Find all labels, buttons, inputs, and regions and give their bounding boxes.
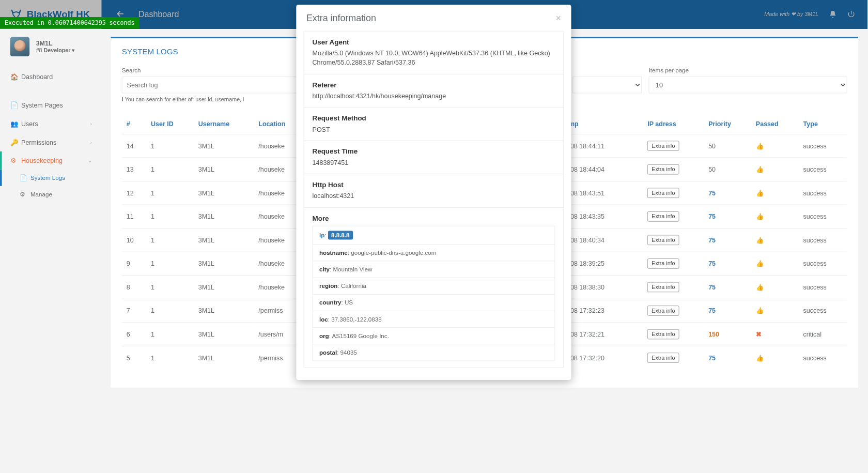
more-val: California xyxy=(341,282,366,289)
cell-priority: 75 xyxy=(704,205,751,228)
cell-type: success xyxy=(799,276,847,299)
items-label: Items per page xyxy=(649,67,847,73)
extra-info-button[interactable]: Extra info xyxy=(647,306,679,316)
cell-priority: 75 xyxy=(704,252,751,276)
cell-username: 3M1L xyxy=(194,181,254,205)
col-ip[interactable]: IP adress xyxy=(643,114,704,134)
profile-role[interactable]: #8 Developer ▾ xyxy=(36,47,75,54)
nav-users[interactable]: 👥 Users › xyxy=(0,114,101,133)
cell-uid: 1 xyxy=(146,299,194,323)
cell-priority: 50 xyxy=(704,134,751,158)
nav-system-pages[interactable]: 📄 System Pages xyxy=(0,96,101,115)
ua-value: Mozilla/5.0 (Windows NT 10.0; WOW64) App… xyxy=(313,49,555,67)
extra-info-button[interactable]: Extra info xyxy=(647,329,679,340)
more-city-row: city: Mountain View xyxy=(313,261,554,277)
items-per-page-select[interactable]: 10 xyxy=(649,77,847,93)
cell-type: success xyxy=(799,252,847,276)
more-ip-row: ip: 8.8.8.8 xyxy=(313,226,554,244)
cell-priority: 150 xyxy=(704,323,751,346)
cell-passed: 👍 xyxy=(751,299,799,323)
cell-username: 3M1L xyxy=(194,134,254,158)
more-key: city xyxy=(319,266,330,272)
more-val: 37.3860,-122.0838 xyxy=(331,316,381,323)
cell-type: success xyxy=(799,228,847,252)
cell-username: 3M1L xyxy=(194,205,254,228)
extra-info-modal: Extra information × User Agent Mozilla/5… xyxy=(296,5,571,380)
cell-username: 3M1L xyxy=(194,158,254,181)
col-username[interactable]: Username xyxy=(194,114,254,134)
more-val: US xyxy=(345,299,353,306)
nav-label: Dashboard xyxy=(21,73,53,80)
nav-permissions[interactable]: 🔑 Permissions › xyxy=(0,133,101,151)
cell-idx: 6 xyxy=(122,323,146,346)
extra-info-button[interactable]: Extra info xyxy=(647,353,679,363)
cell-ip: Extra info xyxy=(643,134,704,158)
nav-label: Users xyxy=(21,120,38,127)
cell-idx: 13 xyxy=(122,158,146,181)
col-user-id[interactable]: User ID xyxy=(146,114,194,134)
extra-info-button[interactable]: Extra info xyxy=(647,211,679,222)
cell-passed: 👍 xyxy=(751,252,799,276)
extra-info-button[interactable]: Extra info xyxy=(647,141,679,151)
host-heading: Http Host xyxy=(313,181,555,189)
more-key: country xyxy=(319,299,342,306)
nav-system-logs[interactable]: 📄 System Logs xyxy=(0,170,101,186)
cell-username: 3M1L xyxy=(194,228,254,252)
col-priority[interactable]: Priority xyxy=(704,114,751,134)
extra-info-button[interactable]: Extra info xyxy=(647,235,679,246)
ip-key: ip xyxy=(319,232,324,238)
extra-info-button[interactable]: Extra info xyxy=(647,258,679,269)
cell-uid: 1 xyxy=(146,205,194,228)
cell-priority: 75 xyxy=(704,299,751,323)
thumbs-up-icon: 👍 xyxy=(756,213,764,220)
more-loc-row: loc: 37.3860,-122.0838 xyxy=(313,311,554,327)
nav-manage[interactable]: ⚙ Manage xyxy=(0,186,101,202)
modal-close-button[interactable]: × xyxy=(555,13,561,24)
cell-username: 3M1L xyxy=(194,346,254,369)
more-val: AS15169 Google Inc. xyxy=(332,332,389,339)
cell-uid: 1 xyxy=(146,346,194,369)
cell-passed: 👍 xyxy=(751,181,799,205)
cell-username: 3M1L xyxy=(194,323,254,346)
cell-uid: 1 xyxy=(146,228,194,252)
nav-dashboard[interactable]: 🏠 Dashboard xyxy=(0,67,101,86)
profile-block: 3M1L #8 Developer ▾ xyxy=(0,28,101,67)
chevron-down-icon: ⌄ xyxy=(88,158,92,164)
cell-type: success xyxy=(799,134,847,158)
cell-type: success xyxy=(799,205,847,228)
chevron-right-icon: › xyxy=(90,121,91,127)
cell-ip: Extra info xyxy=(643,158,704,181)
col-passed[interactable]: Passed xyxy=(751,114,799,134)
cell-uid: 1 xyxy=(146,323,194,346)
col-idx[interactable]: # xyxy=(122,114,146,134)
extra-info-button[interactable]: Extra info xyxy=(647,164,679,175)
cell-passed: ✖ xyxy=(751,323,799,346)
key-icon: 🔑 xyxy=(10,139,21,146)
cog-icon: ⚙ xyxy=(20,191,30,197)
cell-type: success xyxy=(799,346,847,369)
file-icon: 📄 xyxy=(20,175,30,181)
filter-select-1[interactable] xyxy=(572,77,642,93)
referer-heading: Referer xyxy=(313,81,555,88)
x-icon: ✖ xyxy=(756,330,762,338)
more-key: hostname xyxy=(319,249,348,256)
profile-role-name: Developer xyxy=(44,47,71,54)
more-key: loc xyxy=(319,316,328,323)
cell-idx: 7 xyxy=(122,299,146,323)
nav-label: Permissions xyxy=(21,139,56,146)
thumbs-up-icon: 👍 xyxy=(756,189,764,196)
nav-housekeeping[interactable]: ⚙ Housekeeping ⌄ xyxy=(0,151,101,170)
cell-type: critical xyxy=(799,323,847,346)
cell-idx: 10 xyxy=(122,228,146,252)
extra-info-button[interactable]: Extra info xyxy=(647,188,679,198)
profile-name: 3M1L xyxy=(36,40,75,47)
cell-username: 3M1L xyxy=(194,299,254,323)
chevron-right-icon: › xyxy=(90,140,91,145)
cell-passed: 👍 xyxy=(751,205,799,228)
method-value: POST xyxy=(313,125,555,134)
thumbs-up-icon: 👍 xyxy=(756,283,764,291)
cell-ip: Extra info xyxy=(643,323,704,346)
col-type[interactable]: Type xyxy=(799,114,847,134)
extra-info-button[interactable]: Extra info xyxy=(647,282,679,293)
cell-passed: 👍 xyxy=(751,228,799,252)
